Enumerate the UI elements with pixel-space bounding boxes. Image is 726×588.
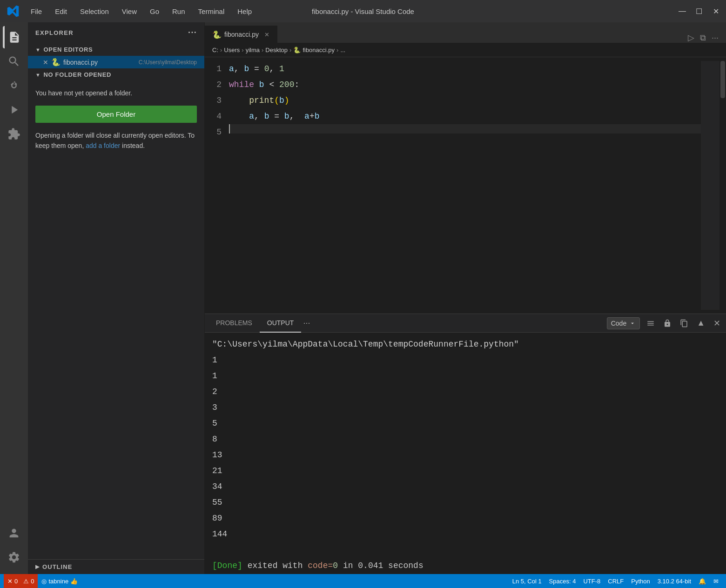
menu-view[interactable]: View: [116, 6, 142, 17]
sidebar-header-actions: ···: [188, 28, 197, 38]
status-eol-text: CRLF: [608, 578, 624, 585]
window-title: fibonacci.py - Visual Studio Code: [312, 7, 414, 15]
token-paren-open: (: [274, 93, 279, 108]
outline-header[interactable]: ▶ Outline: [28, 560, 204, 574]
add-folder-link[interactable]: add a folder: [86, 142, 120, 149]
panel-source-dropdown[interactable]: Code: [607, 317, 640, 329]
sidebar-title: Explorer: [35, 29, 74, 36]
menu-edit[interactable]: Edit: [49, 6, 73, 17]
activity-bar-item-account[interactable]: [3, 522, 25, 544]
status-position[interactable]: Ln 5, Col 1: [509, 578, 545, 585]
token-fn-print: print: [249, 93, 274, 108]
status-notifications-icon[interactable]: 🔔: [695, 578, 710, 585]
close-button[interactable]: ✕: [711, 7, 720, 16]
panel-list-view-icon[interactable]: [645, 317, 657, 329]
open-editors-section-header[interactable]: ▼ Open Editors: [28, 43, 204, 56]
outline-label: Outline: [42, 563, 72, 570]
status-encoding[interactable]: UTF-8: [579, 578, 604, 585]
tab-python-icon: 🐍: [212, 30, 222, 39]
close-tab-icon[interactable]: ✕: [43, 59, 48, 66]
sidebar-more-icon[interactable]: ···: [188, 28, 197, 38]
minimize-button[interactable]: —: [678, 7, 687, 16]
menu-selection[interactable]: Selection: [74, 6, 114, 17]
status-eol[interactable]: CRLF: [604, 578, 627, 585]
status-version[interactable]: 3.10.2 64-bit: [654, 578, 695, 585]
status-broadcast-icon[interactable]: ✉: [710, 578, 722, 585]
breadcrumb-part-more[interactable]: ...: [340, 47, 345, 53]
code-line-5: [229, 124, 701, 134]
menu-go[interactable]: Go: [144, 6, 165, 17]
breadcrumb-part-c[interactable]: C:: [212, 47, 218, 53]
token-var-a3: a: [304, 108, 309, 124]
more-actions-button[interactable]: ···: [712, 33, 719, 43]
breadcrumb-part-yilma[interactable]: yilma: [246, 47, 260, 53]
status-errors[interactable]: ✕ 0 ⚠ 0: [4, 574, 38, 588]
breadcrumb-part-desktop[interactable]: Desktop: [265, 47, 288, 53]
breadcrumb-part-file[interactable]: fibonacci.py: [302, 47, 335, 53]
no-folder-section-header[interactable]: ▼ No Folder Opened: [28, 68, 204, 81]
breadcrumb-python-icon: 🐍: [293, 47, 301, 53]
maximize-button[interactable]: ☐: [694, 7, 704, 16]
status-bar-right: Ln 5, Col 1 Spaces: 4 UTF-8 CRLF Python …: [509, 578, 722, 585]
status-version-text: 3.10.2 64-bit: [658, 578, 691, 585]
text-cursor: [229, 124, 230, 134]
activity-bar-item-search[interactable]: [3, 50, 25, 73]
status-tabnine[interactable]: ◎ tabnine 👍: [38, 574, 81, 588]
activity-bar-item-settings[interactable]: [3, 546, 25, 568]
line-number-2: 2: [205, 77, 222, 93]
output-val-12: 144: [212, 526, 719, 542]
run-code-button[interactable]: ▷: [688, 33, 694, 43]
status-spaces[interactable]: Spaces: 4: [545, 578, 580, 585]
activity-bar-item-run[interactable]: [3, 99, 25, 121]
breadcrumb: C: › Users › yilma › Desktop › 🐍 fibonac…: [205, 43, 726, 57]
menu-terminal[interactable]: Terminal: [193, 6, 230, 17]
code-editor[interactable]: 1 2 3 4 5 a , b = 0 , 1 w: [205, 57, 726, 314]
panel-copy-icon[interactable]: [678, 317, 690, 329]
line-number-4: 4: [205, 108, 222, 124]
output-val-8: 21: [212, 463, 719, 479]
menu-file[interactable]: File: [25, 6, 47, 17]
editor-area: 🐍 fibonacci.py ✕ ▷ ⧉ ··· C: › Users › yi…: [205, 22, 726, 574]
token-indent-4: [229, 108, 249, 124]
token-num-1: 1: [279, 61, 284, 77]
token-var-b: b: [244, 61, 249, 77]
output-val-1: 1: [212, 352, 719, 368]
status-position-text: Ln 5, Col 1: [512, 578, 542, 585]
open-folder-button[interactable]: Open Folder: [35, 106, 197, 123]
panel-tabs: PROBLEMS OUTPUT ··· Code: [205, 314, 726, 333]
panel-tab-problems[interactable]: PROBLEMS: [208, 314, 260, 333]
split-editor-button[interactable]: ⧉: [700, 33, 706, 43]
open-editor-filename: fibonacci.py: [63, 59, 135, 66]
output-val-10: 55: [212, 494, 719, 510]
activity-bar-item-source-control[interactable]: [3, 74, 25, 97]
activity-bar-item-explorer[interactable]: [3, 26, 25, 48]
menu-run[interactable]: Run: [167, 6, 191, 17]
no-folder-section: You have not yet opened a folder. Open F…: [28, 81, 204, 159]
token-space-1: [254, 77, 259, 93]
output-in-text: in 0.041 seconds: [343, 561, 424, 570]
activity-bar: [0, 22, 28, 574]
breadcrumb-part-users[interactable]: Users: [224, 47, 240, 53]
panel-lock-icon[interactable]: [661, 317, 673, 329]
scrollbar-track[interactable]: [719, 61, 726, 310]
hint-text: Opening a folder will close all currentl…: [35, 130, 197, 151]
panel-tab-output[interactable]: OUTPUT: [260, 314, 302, 333]
output-done-line: [Done] exited with code=0 in 0.041 secon…: [212, 561, 424, 570]
tab-fibonacci[interactable]: 🐍 fibonacci.py ✕: [205, 26, 277, 43]
open-editor-fibonacci[interactable]: ✕ 🐍 fibonacci.py C:\Users\yilma\Desktop: [28, 56, 204, 68]
token-var-b5: b: [284, 108, 289, 124]
panel-close-icon[interactable]: ✕: [712, 316, 722, 330]
panel-expand-icon[interactable]: ▲: [695, 316, 707, 330]
tab-close-icon[interactable]: ✕: [264, 31, 269, 38]
line-number-5: 5: [205, 124, 222, 140]
token-assign-2: =: [269, 108, 284, 124]
output-val-7: 13: [212, 447, 719, 463]
vscode-logo-icon: [6, 4, 20, 19]
scrollbar-thumb[interactable]: [720, 61, 725, 98]
status-language[interactable]: Python: [627, 578, 653, 585]
menu-help[interactable]: Help: [232, 6, 257, 17]
activity-bar-item-extensions[interactable]: [3, 123, 25, 145]
panel-more-icon[interactable]: ···: [303, 318, 310, 328]
panel-output-content: "C:\Users\yilma\AppData\Local\Temp\tempC…: [205, 333, 726, 574]
line-numbers: 1 2 3 4 5: [205, 61, 229, 310]
